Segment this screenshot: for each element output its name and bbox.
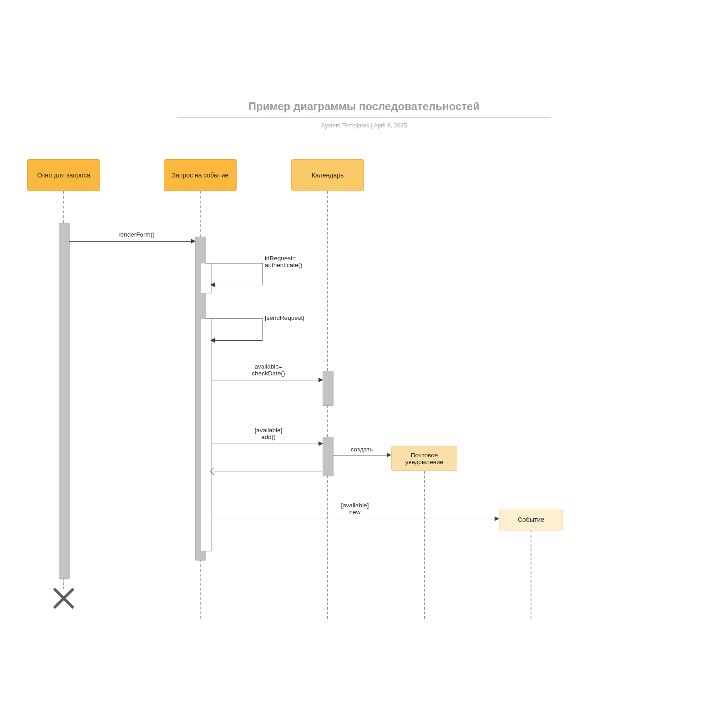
self-auth-bot [212, 285, 263, 285]
lifeline-p3-top [327, 191, 328, 371]
activation-p3-check [323, 371, 334, 406]
participant-mail-notification: Почтовое уведомление [391, 446, 457, 471]
arrowhead-add [318, 441, 323, 446]
label-checkdate: available= checkDate() [232, 363, 305, 377]
arrow-renderform [69, 241, 194, 242]
lifeline-p2-top [200, 191, 201, 237]
label-add: [available] add() [232, 427, 305, 440]
participant-event-request: Запрос на событие [164, 159, 237, 191]
diagram-date: April 8, 2025 [374, 122, 407, 129]
sequence-diagram-canvas: Пример диаграммы последовательностей Sys… [0, 0, 728, 728]
arrowhead-create-mail [387, 453, 391, 457]
lifeline-p2-bot [200, 560, 201, 619]
label-renderform: renderForm() [96, 231, 177, 238]
diagram-title: Пример диаграммы последовательностей [0, 100, 728, 113]
lifeline-p4 [424, 471, 425, 619]
activation-p3-add [323, 437, 334, 476]
activation-p1 [59, 223, 70, 579]
lifeline-p3-bot [327, 475, 328, 619]
lifeline-p5 [531, 531, 531, 619]
arrow-add [211, 444, 322, 444]
participant-event: Событие [499, 509, 563, 531]
lifeline-p3-mid [327, 405, 328, 437]
activation-p2-auth [201, 263, 212, 293]
title-underline [177, 117, 551, 118]
label-new-event: [available] new [318, 502, 391, 516]
participant-request-window: Окно для запроса [27, 159, 100, 191]
arrowhead-auth [210, 283, 215, 287]
lifeline-p1-top [63, 191, 64, 223]
arrowhead-send [210, 338, 215, 343]
self-auth-top [206, 263, 263, 263]
label-auth: idRequest= authenticate() [265, 255, 319, 268]
self-send-bot [212, 340, 263, 341]
self-send-side [263, 318, 263, 340]
arrowhead-checkdate [318, 378, 323, 382]
activation-p2-inner [201, 318, 212, 551]
lifeline-p1-gap [63, 578, 64, 589]
diagram-subtitle: System Templates | April 8, 2025 [0, 122, 728, 129]
self-send-top [206, 318, 263, 319]
diagram-author: System Templates [321, 122, 369, 129]
arrow-new-event [211, 519, 498, 519]
label-send: [sendRequest] [265, 314, 319, 321]
separator: | [369, 122, 374, 129]
arrow-return [214, 471, 322, 471]
arrow-checkdate [211, 380, 322, 380]
self-auth-side [263, 263, 263, 285]
label-create-mail: создать [339, 446, 384, 453]
arrowhead-renderform [191, 239, 196, 243]
arrow-create-mail [333, 455, 390, 455]
arrowhead-new-event [495, 516, 499, 521]
participant-calendar: Календарь [291, 159, 364, 191]
